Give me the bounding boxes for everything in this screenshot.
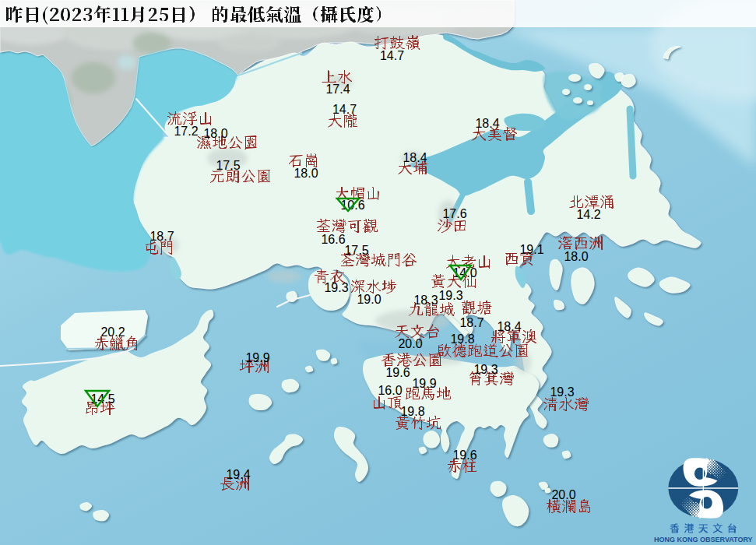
svg-text:17.5: 17.5	[216, 159, 240, 172]
svg-text:18.4: 18.4	[475, 117, 499, 130]
svg-text:17.2: 17.2	[174, 125, 198, 138]
svg-text:19.3: 19.3	[438, 289, 462, 302]
svg-text:19.1: 19.1	[519, 243, 543, 256]
svg-text:17.6: 17.6	[442, 207, 466, 220]
svg-text:17.5: 17.5	[344, 244, 368, 257]
svg-text:17.4: 17.4	[325, 83, 350, 96]
svg-text:18.7: 18.7	[149, 230, 174, 243]
svg-text:16.6: 16.6	[321, 233, 345, 246]
svg-text:18.0: 18.0	[564, 250, 588, 263]
svg-text:19.3: 19.3	[550, 385, 574, 399]
svg-text:HONG KONG OBSERVATORY: HONG KONG OBSERVATORY	[654, 536, 753, 543]
svg-text:19.6: 19.6	[452, 448, 476, 462]
svg-text:19.0: 19.0	[357, 293, 381, 306]
svg-text:20.0: 20.0	[551, 488, 575, 501]
svg-text:19.6: 19.6	[385, 366, 410, 379]
svg-text:18.3: 18.3	[413, 294, 438, 307]
svg-text:18.4: 18.4	[497, 320, 521, 333]
svg-text:14.2: 14.2	[576, 208, 600, 221]
svg-text:19.9: 19.9	[245, 351, 269, 364]
svg-text:20.2: 20.2	[100, 325, 125, 339]
svg-text:19.8: 19.8	[400, 405, 424, 418]
svg-text:20.0: 20.0	[398, 337, 422, 350]
svg-text:18.4: 18.4	[403, 151, 427, 164]
svg-text:18.7: 18.7	[459, 316, 483, 329]
svg-text:19.4: 19.4	[226, 468, 250, 481]
svg-text:16.0: 16.0	[378, 384, 402, 397]
svg-text:19.3: 19.3	[324, 281, 348, 294]
svg-text:14.7: 14.7	[380, 49, 404, 62]
svg-text:19.8: 19.8	[450, 332, 474, 346]
svg-text:18.0: 18.0	[203, 127, 227, 140]
svg-text:14.7: 14.7	[332, 103, 357, 116]
svg-text:19.3: 19.3	[473, 363, 498, 376]
svg-text:18.0: 18.0	[294, 167, 318, 180]
svg-text:19.9: 19.9	[412, 377, 436, 390]
